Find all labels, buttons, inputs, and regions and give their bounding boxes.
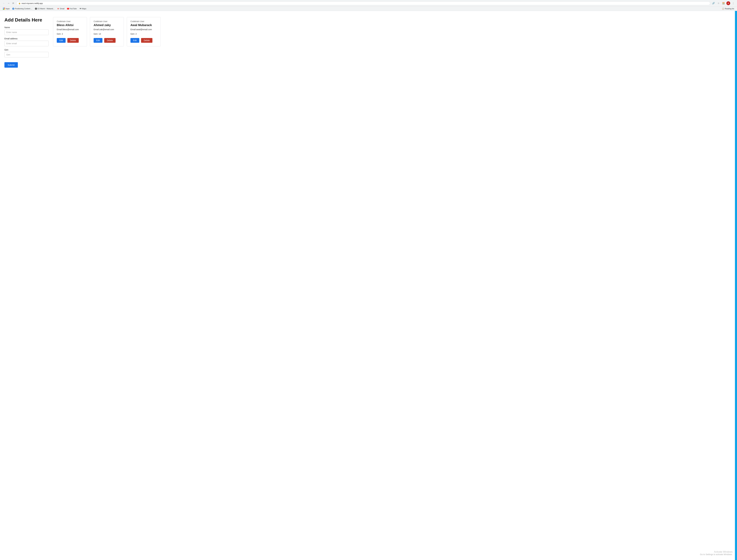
name-input[interactable] <box>4 29 49 35</box>
card-actions-2: Edit Delete <box>130 38 157 43</box>
bookmark-youtube[interactable]: YouTube <box>66 7 78 10</box>
submit-button[interactable]: Submit <box>4 62 18 68</box>
bookmark-positioning[interactable]: C Positioning Content ... <box>11 7 33 10</box>
bookmark-dj-manni[interactable]: D DJ Manni - Wakand... <box>34 7 56 10</box>
main-content: Add Details Here Name Email address Gen … <box>0 11 180 74</box>
delete-button-1[interactable]: Delete <box>104 38 115 43</box>
name-label: Name <box>4 26 49 29</box>
bookmark-positioning-label: Positioning Content ... <box>15 8 32 10</box>
card-gen-1: Gen: 13 <box>94 33 120 35</box>
forward-button[interactable]: → <box>6 1 11 5</box>
card-email-2: Email:awal@email.com <box>130 28 157 31</box>
email-group: Email address <box>4 37 49 46</box>
bookmark-maps[interactable]: 🗺 Maps <box>78 7 87 10</box>
reading-list-label: Reading list <box>725 8 734 10</box>
youtube-favicon <box>67 8 69 10</box>
form-section: Add Details Here Name Email address Gen … <box>4 17 49 68</box>
extensions-button[interactable]: 🧮 <box>721 1 726 5</box>
address-bar[interactable]: 🔒 react-myusers.netlify.app <box>17 1 710 5</box>
toolbar-icons: 🔗 ☆ 🧮 A ⋮ <box>711 1 735 5</box>
user-card-1: Codetrain User Ahmed zaky Email:zak@emai… <box>90 17 124 46</box>
edit-button-1[interactable]: Edit <box>94 38 102 43</box>
profile-avatar[interactable]: A <box>726 1 730 5</box>
card-actions-1: Edit Delete <box>94 38 120 43</box>
card-name-0: Bless Afetsi <box>57 23 83 27</box>
card-name-2: Awal Mubarack <box>130 23 157 27</box>
bookmark-maps-label: Maps <box>82 8 86 10</box>
maps-favicon: 🗺 <box>79 8 81 10</box>
reading-list-button[interactable]: 📋 Reading list <box>721 7 735 10</box>
browser-chrome: ← → ⟳ 🔒 react-myusers.netlify.app 🔗 ☆ 🧮 … <box>0 0 737 11</box>
bookmark-youtube-label: YouTube <box>70 8 77 10</box>
user-card-0: Codetrain User Bless Afetsi Email:bless@… <box>53 17 87 46</box>
email-input[interactable] <box>4 41 49 46</box>
gen-label: Gen <box>4 49 49 51</box>
positioning-favicon: C <box>12 8 14 10</box>
gmail-favicon: M <box>57 8 59 10</box>
card-role-0: Codetrain User <box>57 20 83 23</box>
card-role-1: Codetrain User <box>94 20 120 23</box>
user-card-2: Codetrain User Awal Mubarack Email:awal@… <box>127 17 161 46</box>
refresh-button[interactable]: ⟳ <box>11 1 15 5</box>
scrollbar-accent <box>735 0 737 74</box>
card-actions-0: Edit Delete <box>57 38 83 43</box>
dj-favicon: D <box>35 8 37 10</box>
bookmark-apps-label: Apps <box>6 8 10 10</box>
delete-button-2[interactable]: Delete <box>141 38 152 43</box>
browser-toolbar: ← → ⟳ 🔒 react-myusers.netlify.app 🔗 ☆ 🧮 … <box>0 0 737 6</box>
url-display: react-myusers.netlify.app <box>22 2 708 4</box>
menu-button[interactable]: ⋮ <box>731 1 735 5</box>
apps-favicon <box>3 8 5 10</box>
delete-button-0[interactable]: Delete <box>67 38 79 43</box>
email-label: Email address <box>4 37 49 40</box>
bookmark-star-button[interactable]: ☆ <box>716 1 720 5</box>
back-button[interactable]: ← <box>2 1 6 5</box>
gen-group: Gen <box>4 49 49 57</box>
card-email-0: Email:bless@email.com <box>57 28 83 31</box>
edit-button-0[interactable]: Edit <box>57 38 66 43</box>
name-group: Name <box>4 26 49 35</box>
bookmarks-bar: Apps C Positioning Content ... D DJ Mann… <box>0 6 737 11</box>
nav-buttons: ← → ⟳ <box>2 1 15 5</box>
bookmark-dj-label: DJ Manni - Wakand... <box>38 8 55 10</box>
bookmark-gmail[interactable]: M Gmail <box>56 7 66 10</box>
gen-input[interactable] <box>4 52 49 57</box>
security-icon: 🔒 <box>18 2 21 4</box>
bookmark-apps[interactable]: Apps <box>2 7 11 10</box>
card-role-2: Codetrain User <box>130 20 157 23</box>
card-email-1: Email:zak@email.com <box>94 28 120 31</box>
cards-section: Codetrain User Bless Afetsi Email:bless@… <box>53 17 175 68</box>
form-title: Add Details Here <box>4 17 49 23</box>
card-name-1: Ahmed zaky <box>94 23 120 27</box>
share-button[interactable]: 🔗 <box>711 1 715 5</box>
card-gen-0: Gen: 2 <box>57 33 83 35</box>
edit-button-2[interactable]: Edit <box>130 38 139 43</box>
reading-list-icon: 📋 <box>722 8 724 10</box>
card-gen-2: Gen: 2 <box>130 33 157 35</box>
bookmark-gmail-label: Gmail <box>60 8 64 10</box>
